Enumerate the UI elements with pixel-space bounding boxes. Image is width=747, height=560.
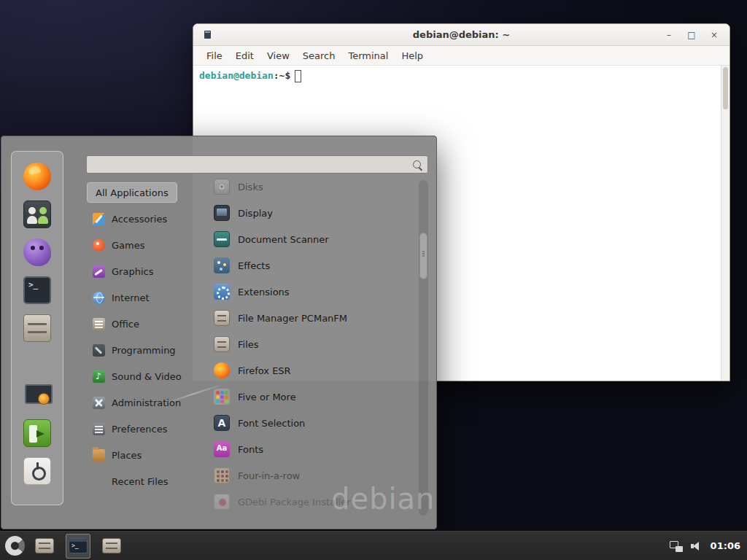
application-item[interactable]: Disks bbox=[211, 174, 419, 200]
places-icon bbox=[93, 449, 105, 462]
favorite-item[interactable] bbox=[23, 238, 51, 266]
category-item[interactable]: Games bbox=[87, 232, 150, 258]
category-item[interactable]: Sound & Video bbox=[87, 363, 187, 389]
pcmanfm-icon bbox=[214, 310, 230, 326]
menu-button[interactable] bbox=[0, 532, 29, 560]
terminal-titlebar[interactable]: debian@debian: ~ – □ × bbox=[193, 24, 729, 46]
terminal-window-icon bbox=[204, 31, 211, 39]
category-item[interactable]: Programming bbox=[87, 337, 182, 363]
preferences-icon bbox=[93, 423, 105, 435]
application-item[interactable]: Files bbox=[211, 331, 419, 357]
menubar-item[interactable]: Help bbox=[395, 47, 430, 64]
menubar-item[interactable]: Terminal bbox=[341, 47, 395, 64]
pidgin-icon bbox=[23, 238, 51, 266]
taskbar-launcher[interactable] bbox=[32, 534, 57, 559]
application-item[interactable]: Extensions bbox=[211, 279, 419, 305]
favorite-item[interactable] bbox=[23, 276, 51, 304]
taskbar-launchers bbox=[32, 534, 124, 559]
window-controls: – □ × bbox=[664, 24, 729, 46]
application-item[interactable]: Four-in-a-row bbox=[211, 462, 419, 489]
category-label: Graphics bbox=[112, 266, 153, 277]
file-manager-icon bbox=[23, 314, 51, 342]
accessories-icon bbox=[93, 213, 105, 225]
application-label: Files bbox=[238, 339, 259, 350]
taskbar-launcher[interactable] bbox=[99, 534, 124, 559]
menu-scrollbar[interactable] bbox=[419, 180, 428, 516]
cinnamon-logo-icon bbox=[5, 536, 25, 556]
prompt-path: :~$ bbox=[274, 70, 290, 81]
category-label: Internet bbox=[112, 292, 150, 303]
category-item[interactable]: Graphics bbox=[87, 258, 159, 284]
application-item[interactable]: Document Scanner bbox=[211, 226, 419, 252]
menubar-item[interactable]: View bbox=[260, 47, 296, 64]
clock[interactable]: 01:06 bbox=[711, 540, 740, 551]
favorite-item[interactable] bbox=[23, 163, 51, 190]
volume-icon[interactable] bbox=[691, 540, 703, 552]
menubar-item[interactable]: Search bbox=[296, 47, 342, 64]
application-label: GDebi Package Installer bbox=[238, 497, 351, 508]
application-item[interactable]: Fonts bbox=[211, 436, 419, 462]
application-item[interactable]: Font Selection bbox=[211, 410, 419, 436]
category-label: Administration bbox=[112, 397, 181, 408]
category-item[interactable]: All Applications bbox=[87, 182, 177, 203]
application-item[interactable]: Display bbox=[211, 200, 419, 226]
menu-scrollbar-thumb[interactable] bbox=[419, 233, 427, 279]
category-item[interactable]: Preferences bbox=[87, 416, 173, 442]
category-item[interactable]: Recent Files bbox=[87, 468, 174, 494]
menubar-item[interactable]: Edit bbox=[229, 47, 260, 64]
display-settings-icon bbox=[23, 381, 51, 409]
category-item[interactable]: Office bbox=[87, 311, 145, 337]
menu-search-box bbox=[86, 155, 428, 174]
games-icon bbox=[93, 239, 105, 252]
application-item[interactable]: Five or More bbox=[211, 384, 419, 410]
taskbar-launcher[interactable] bbox=[66, 534, 90, 559]
application-label: Firefox ESR bbox=[238, 365, 291, 376]
session-button[interactable] bbox=[23, 381, 51, 409]
category-label: Office bbox=[112, 319, 139, 330]
session-button[interactable] bbox=[23, 457, 51, 485]
font-selection-icon bbox=[214, 415, 230, 431]
maximize-button[interactable]: □ bbox=[686, 24, 697, 46]
favorite-item[interactable] bbox=[23, 201, 51, 228]
menubar-item[interactable]: File bbox=[200, 47, 229, 64]
category-label: Accessories bbox=[112, 214, 167, 225]
terminal-cursor bbox=[295, 70, 301, 82]
system-tray: 01:06 bbox=[670, 540, 747, 552]
minimize-button[interactable]: – bbox=[664, 24, 674, 46]
four-in-a-row-icon bbox=[214, 467, 230, 483]
category-item[interactable]: Administration bbox=[87, 389, 187, 416]
application-label: Document Scanner bbox=[238, 234, 329, 245]
administration-icon bbox=[93, 397, 105, 409]
terminal-scrollbar[interactable] bbox=[721, 66, 729, 381]
application-item[interactable]: GDebi Package Installer bbox=[211, 489, 419, 515]
close-button[interactable]: × bbox=[709, 24, 719, 46]
favorite-item[interactable] bbox=[23, 314, 51, 342]
application-item[interactable]: Firefox ESR bbox=[211, 357, 419, 384]
category-item[interactable]: Internet bbox=[87, 284, 155, 311]
category-label: Preferences bbox=[112, 424, 167, 435]
application-item[interactable]: File Manager PCManFM bbox=[211, 305, 419, 331]
search-input[interactable] bbox=[87, 156, 427, 173]
category-item[interactable]: Accessories bbox=[87, 206, 173, 232]
graphics-icon bbox=[93, 265, 105, 278]
session-button[interactable] bbox=[23, 419, 51, 447]
shutdown-icon bbox=[23, 457, 51, 485]
extensions-icon bbox=[214, 284, 230, 300]
category-list: All Applications Accessories Games Graph… bbox=[87, 179, 198, 494]
category-item[interactable]: Places bbox=[87, 442, 147, 468]
session-buttons bbox=[11, 381, 63, 485]
five-or-more-icon bbox=[214, 389, 230, 405]
application-item[interactable]: Effects bbox=[211, 252, 419, 279]
internet-icon bbox=[93, 292, 105, 304]
category-label: Games bbox=[112, 240, 144, 251]
prompt-user-host: debian@debian bbox=[199, 70, 274, 81]
application-label: Display bbox=[238, 208, 273, 219]
terminal-scrollbar-thumb[interactable] bbox=[723, 67, 728, 109]
users-icon bbox=[23, 201, 51, 228]
application-label: Four-in-a-row bbox=[238, 470, 300, 481]
fonts-icon bbox=[214, 441, 230, 457]
category-label: Places bbox=[112, 450, 142, 461]
document-scanner-icon bbox=[214, 231, 230, 247]
network-icon[interactable] bbox=[670, 540, 683, 552]
application-label: File Manager PCManFM bbox=[238, 313, 347, 324]
